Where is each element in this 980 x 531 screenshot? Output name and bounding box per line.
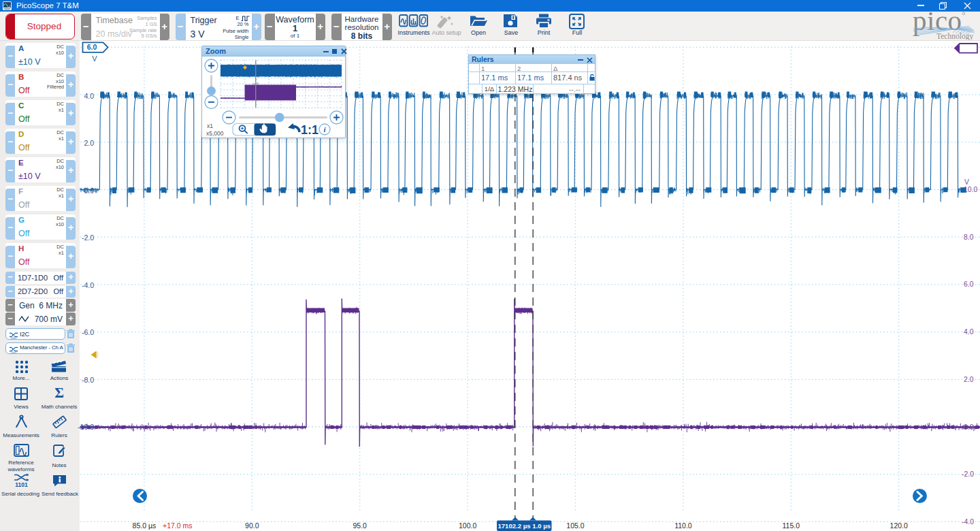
svg-text:100.0: 100.0 [459, 521, 476, 530]
svg-text:17102.2 µs 1.0 µs: 17102.2 µs 1.0 µs [497, 522, 551, 530]
svg-text:6.0: 6.0 [964, 280, 974, 288]
svg-text:6.0: 6.0 [87, 43, 97, 51]
svg-text:x5,000: x5,000 [206, 130, 224, 137]
svg-text:1101: 1101 [11, 350, 16, 353]
svg-text:4.0: 4.0 [84, 92, 94, 100]
svg-text:-2.0: -2.0 [962, 470, 974, 478]
svg-text:1101: 1101 [11, 336, 16, 338]
svg-text:-6.0: -6.0 [82, 328, 94, 336]
svg-text:+17.0 ms: +17.0 ms [163, 521, 192, 530]
svg-text:-2.0: -2.0 [82, 234, 94, 242]
svg-text:x1: x1 [207, 123, 213, 129]
svg-text:90.0: 90.0 [245, 521, 259, 530]
svg-text:105.0: 105.0 [566, 521, 584, 530]
svg-text:-10.0: -10.0 [78, 423, 94, 431]
svg-text:-4.0: -4.0 [82, 281, 94, 289]
svg-text:10.0: 10.0 [964, 185, 978, 193]
svg-text:2.0: 2.0 [84, 139, 94, 147]
svg-text:V: V [92, 54, 97, 63]
svg-text:-4.0: -4.0 [962, 517, 974, 526]
svg-text:0.0: 0.0 [84, 187, 94, 195]
svg-text:110.0: 110.0 [674, 521, 692, 530]
svg-text:1101: 1101 [15, 481, 28, 487]
svg-text:-8.0: -8.0 [82, 376, 94, 384]
svg-text:4.0: 4.0 [964, 327, 974, 336]
svg-text:85.0 µs: 85.0 µs [133, 521, 157, 530]
svg-text:1:1: 1:1 [301, 123, 318, 137]
svg-text:2.0: 2.0 [964, 375, 974, 383]
svg-text:120.0: 120.0 [890, 521, 908, 530]
svg-text:0.0: 0.0 [964, 423, 974, 431]
svg-text:115.0: 115.0 [783, 521, 800, 530]
svg-text:Technology: Technology [936, 32, 973, 40]
svg-text:95.0: 95.0 [353, 521, 367, 530]
svg-text:8.0: 8.0 [964, 233, 974, 241]
